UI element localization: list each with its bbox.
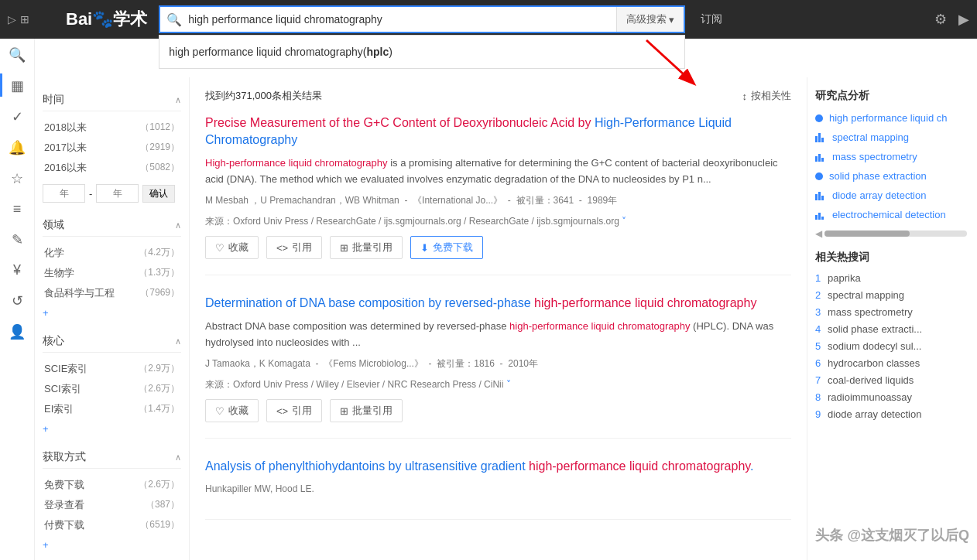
related-item-1[interactable]: 1 paprika <box>815 272 969 284</box>
related-item-4[interactable]: 4 solid phase extracti... <box>815 323 969 335</box>
nav-left-icons: ▷ ⊞ <box>8 13 54 26</box>
cite-button-2[interactable]: <> 引用 <box>266 399 322 422</box>
time-filter-section: 时间 ∧ 2018以来 （1012） 2017以来 （2919） 2016以来 … <box>43 89 181 203</box>
logo-paw-icon: 🐾 <box>92 9 113 29</box>
result-sources-1: 来源：Oxford Univ Press / ResearchGate / ij… <box>205 215 791 228</box>
related-item-7[interactable]: 7 coal-derived liquids <box>815 374 969 386</box>
filter-item-free-download[interactable]: 免费下载 （2.6万） <box>43 475 181 495</box>
bookmark-button-2[interactable]: ♡ 收藏 <box>205 399 259 422</box>
batch-cite-button-1[interactable]: ⊞ 批量引用 <box>330 236 403 259</box>
result-sources-2: 来源：Oxford Univ Press / Wiley / Elsevier … <box>205 378 791 391</box>
sidebar-edit-icon[interactable]: ✎ <box>5 231 29 248</box>
date-confirm-button[interactable]: 确认 <box>142 185 175 203</box>
related-item-2[interactable]: 2 spectral mapping <box>815 289 969 301</box>
svg-rect-4 <box>821 158 824 162</box>
logo-text-xueshu: 学术 <box>113 9 147 29</box>
download-button-1[interactable]: ⬇ 免费下载 <box>410 236 483 259</box>
svg-rect-6 <box>818 192 821 200</box>
sidebar-user-icon[interactable]: 👤 <box>5 323 29 340</box>
result-title-3[interactable]: Analysis of phenylthiohydantoins by ultr… <box>205 458 791 475</box>
autocomplete-dropdown: high performance liquid chromatography(h… <box>159 35 685 69</box>
related-item-8[interactable]: 8 radioimmunoassay <box>815 391 969 403</box>
filter-item-biology[interactable]: 生物学 （1.3万） <box>43 263 181 283</box>
result-card-2: Determination of DNA base composition by… <box>205 295 791 439</box>
sidebar-bell-icon[interactable]: 🔔 <box>5 139 29 156</box>
svg-rect-7 <box>821 196 824 200</box>
bar-chart-icon-diode <box>815 191 826 200</box>
svg-rect-8 <box>815 215 818 220</box>
domain-filter-header[interactable]: 领域 ∧ <box>43 214 181 237</box>
results-count: 找到约371,000条相关结果 <box>205 89 322 103</box>
core-filter-header[interactable]: 核心 ∧ <box>43 330 181 353</box>
svg-rect-2 <box>815 156 818 162</box>
sources-expand-icon-2[interactable]: ˅ <box>506 379 511 390</box>
related-item-6[interactable]: 6 hydrocarbon classes <box>815 357 969 369</box>
research-tag-spectral-mapping[interactable]: spectral mapping <box>815 131 969 143</box>
research-tag-electrochemical[interactable]: electrochemical detection <box>815 209 969 220</box>
sources-expand-icon[interactable]: ˅ <box>622 216 626 227</box>
subscribe-link[interactable]: 订阅 <box>701 12 722 26</box>
bookmark-button-1[interactable]: ♡ 收藏 <box>205 236 259 259</box>
sidebar-yen-icon[interactable]: ¥ <box>5 262 29 278</box>
cite-button-1[interactable]: <> 引用 <box>266 236 322 259</box>
filter-item-chemistry[interactable]: 化学 （4.2万） <box>43 243 181 263</box>
access-chevron-icon: ∧ <box>175 452 181 463</box>
filter-item-2018[interactable]: 2018以来 （1012） <box>43 118 181 138</box>
forward-icon[interactable]: ▷ <box>8 13 16 26</box>
search-input-wrapper: 🔍 高级搜索 ▾ <box>159 5 685 33</box>
search-bar-container: 🔍 高级搜索 ▾ high performance liquid chromat… <box>159 5 685 33</box>
filter-item-login-view[interactable]: 登录查看 （387） <box>43 495 181 515</box>
scroll-left-icon[interactable]: ◀ <box>815 228 822 239</box>
research-scrollbar[interactable] <box>824 230 967 237</box>
user-menu-icon[interactable]: ▶ <box>958 11 969 28</box>
filter-item-paid-download[interactable]: 付费下载 （6519） <box>43 515 181 535</box>
related-item-5[interactable]: 5 sodium dodecyl sul... <box>815 340 969 352</box>
nav-right-icons: ⚙ ▶ <box>934 11 969 28</box>
sort-button[interactable]: ↕ 按相关性 <box>742 89 792 103</box>
time-filter-header[interactable]: 时间 ∧ <box>43 89 181 111</box>
sidebar-refresh-icon[interactable]: ↺ <box>5 292 29 309</box>
date-start-input[interactable] <box>43 184 85 203</box>
sidebar-layers-icon[interactable]: ≡ <box>5 201 29 217</box>
filter-item-sci[interactable]: SCI索引 （2.6万） <box>43 379 181 399</box>
search-icon: 🔍 <box>160 12 188 27</box>
access-filter-header[interactable]: 获取方式 ∧ <box>43 446 181 469</box>
menu-icon[interactable]: ⊞ <box>20 13 29 26</box>
core-filter-label: 核心 <box>43 334 64 348</box>
result-title-2[interactable]: Determination of DNA base composition by… <box>205 295 791 312</box>
filter-item-scie[interactable]: SCIE索引 （2.9万） <box>43 359 181 379</box>
svg-rect-9 <box>818 213 821 220</box>
core-more-link[interactable]: + <box>43 423 181 435</box>
filter-item-ei[interactable]: EI索引 （1.4万） <box>43 399 181 419</box>
svg-rect-5 <box>815 194 818 200</box>
related-item-9[interactable]: 9 diode array detection <box>815 408 969 420</box>
related-item-3[interactable]: 3 mass spectrometry <box>815 306 969 318</box>
search-input[interactable] <box>188 7 616 32</box>
gear-icon[interactable]: ⚙ <box>934 11 947 28</box>
domain-more-link[interactable]: + <box>43 307 181 319</box>
autocomplete-item[interactable]: high performance liquid chromatography(h… <box>159 39 684 64</box>
date-end-input[interactable] <box>96 184 139 203</box>
research-tag-solid-phase[interactable]: solid phase extraction <box>815 170 969 182</box>
svg-rect-10 <box>821 217 824 220</box>
batch-cite-button-2[interactable]: ⊞ 批量引用 <box>330 399 403 422</box>
circle-icon-solid-phase <box>815 172 823 180</box>
access-more-link[interactable]: + <box>43 539 181 551</box>
advanced-search-button[interactable]: 高级搜索 ▾ <box>616 7 684 32</box>
result-title-1[interactable]: Precise Measurement of the G+C Content o… <box>205 114 791 149</box>
core-filter-section: 核心 ∧ SCIE索引 （2.9万） SCI索引 （2.6万） EI索引 （1.… <box>43 330 181 435</box>
filter-item-2017[interactable]: 2017以来 （2919） <box>43 138 181 158</box>
result-meta-2: J Tamaoka，K Komagata - 《Fems Microbiolog… <box>205 357 791 370</box>
research-tag-diode[interactable]: diode array detection <box>815 190 969 201</box>
research-tag-mass-spectrometry[interactable]: mass spectrometry <box>815 151 969 162</box>
sidebar-bar-chart-icon[interactable]: ▦ <box>5 77 29 94</box>
research-tag-hplc[interactable]: high performance liquid ch <box>815 112 969 124</box>
filter-item-2016[interactable]: 2016以来 （5082） <box>43 158 181 178</box>
domain-filter-label: 领域 <box>43 218 64 232</box>
sidebar-star-icon[interactable]: ☆ <box>5 170 29 187</box>
sidebar-v-icon[interactable]: ✓ <box>5 108 29 125</box>
sidebar-search-icon[interactable]: 🔍 <box>5 46 29 63</box>
access-filter-label: 获取方式 <box>43 450 86 464</box>
filter-item-food-science[interactable]: 食品科学与工程 （7969） <box>43 283 181 303</box>
research-analysis-title: 研究点分析 <box>815 89 969 103</box>
